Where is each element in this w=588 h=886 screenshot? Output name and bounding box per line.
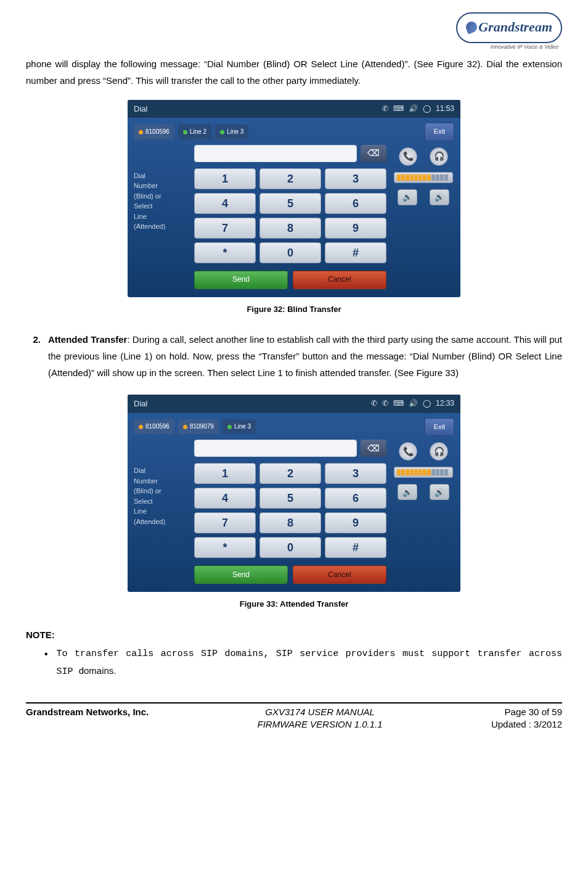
headset-icon: 🎧 bbox=[434, 149, 444, 164]
line-3-tab[interactable]: Line 3 bbox=[215, 125, 248, 139]
volume-icon: 🔊 bbox=[409, 397, 418, 411]
figure-33-caption: Figure 33: Attended Transfer bbox=[26, 597, 562, 611]
headset-icon: 🎧 bbox=[434, 444, 444, 459]
key-8[interactable]: 8 bbox=[259, 512, 321, 533]
footer-rule bbox=[26, 702, 562, 703]
cancel-button[interactable]: Cancel bbox=[293, 271, 386, 289]
key-4[interactable]: 4 bbox=[194, 193, 256, 214]
sync-icon: ◯ bbox=[423, 397, 431, 411]
key-0[interactable]: 0 bbox=[259, 242, 321, 263]
keyboard-icon: ⌨ bbox=[393, 102, 404, 116]
dial-title: Dial bbox=[134, 102, 147, 116]
key-9[interactable]: 9 bbox=[325, 512, 386, 533]
speaker-down-button[interactable]: 🔈 bbox=[398, 484, 417, 500]
attended-transfer-label: Attended Transfer bbox=[48, 334, 127, 345]
status-dot-icon bbox=[139, 130, 143, 134]
key-7[interactable]: 7 bbox=[194, 512, 256, 533]
key-0[interactable]: 0 bbox=[259, 537, 321, 558]
key-star[interactable]: * bbox=[194, 242, 256, 263]
line-tabs-row: 8100596 8109079 Line 3 Exit bbox=[128, 413, 460, 440]
audio-redial-button[interactable]: 📞 bbox=[399, 147, 417, 166]
footer-firmware: FIRMWARE VERSION 1.0.1.1 bbox=[258, 718, 383, 731]
exit-button[interactable]: Exit bbox=[425, 418, 454, 437]
headset-button[interactable]: 🎧 bbox=[430, 442, 448, 461]
key-7[interactable]: 7 bbox=[194, 218, 256, 239]
key-5[interactable]: 5 bbox=[259, 488, 321, 509]
key-8[interactable]: 8 bbox=[259, 218, 321, 239]
dial-title: Dial bbox=[134, 396, 147, 411]
figure-32-caption: Figure 32: Blind Transfer bbox=[26, 302, 562, 316]
header-logo-area: Grandstream Innovative IP Voice & Video bbox=[26, 12, 562, 52]
key-9[interactable]: 9 bbox=[325, 218, 386, 239]
key-4[interactable]: 4 bbox=[194, 488, 256, 509]
phone-icon: ✆ bbox=[382, 102, 388, 116]
backspace-icon: ⌫ bbox=[367, 441, 380, 456]
dial-titlebar: Dial ✆ ✆ ⌨ 🔊 ◯ 12:33 bbox=[128, 395, 460, 412]
phone2-icon: ✆ bbox=[382, 397, 388, 411]
dial-keypad: 1 2 3 4 5 6 7 8 9 * 0 # bbox=[194, 463, 386, 558]
speaker-up-button[interactable]: 🔊 bbox=[430, 189, 449, 205]
dial-input[interactable] bbox=[194, 440, 357, 457]
handset-icon: 📞 bbox=[403, 149, 414, 164]
dial-instruction-text: Dial Number (Blind) or Select Line (Atte… bbox=[134, 145, 188, 284]
phone-icon: ✆ bbox=[371, 397, 377, 411]
key-3[interactable]: 3 bbox=[325, 463, 386, 484]
volume-indicator[interactable] bbox=[394, 172, 453, 183]
line-1-tab[interactable]: 8100596 bbox=[134, 125, 174, 139]
line-2-tab[interactable]: Line 2 bbox=[178, 125, 211, 139]
cancel-button[interactable]: Cancel bbox=[293, 565, 386, 584]
footer-manual: GXV3174 USER MANUAL bbox=[258, 706, 383, 718]
headset-button[interactable]: 🎧 bbox=[430, 147, 448, 166]
key-2[interactable]: 2 bbox=[259, 463, 321, 484]
key-star[interactable]: * bbox=[194, 537, 256, 558]
key-5[interactable]: 5 bbox=[259, 193, 321, 214]
send-button[interactable]: Send bbox=[194, 271, 288, 289]
figure-33-screenshot: Dial ✆ ✆ ⌨ 🔊 ◯ 12:33 8100596 8109079 Lin… bbox=[128, 395, 460, 592]
list-number: 2. bbox=[26, 331, 41, 381]
dial-keypad: 1 2 3 4 5 6 7 8 9 * 0 # bbox=[194, 168, 386, 263]
note-item: • To transfer calls across SIP domains, … bbox=[44, 646, 562, 680]
line-3-tab[interactable]: Line 3 bbox=[223, 419, 256, 434]
footer-right: Page 30 of 59 Updated : 3/2012 bbox=[491, 706, 562, 731]
exit-button[interactable]: Exit bbox=[425, 123, 454, 141]
key-1[interactable]: 1 bbox=[194, 463, 256, 484]
status-icons: ✆ ⌨ 🔊 ◯ 11:53 bbox=[382, 102, 454, 116]
status-dot-icon bbox=[227, 425, 232, 429]
footer-updated: Updated : 3/2012 bbox=[491, 718, 562, 731]
handset-icon: 📞 bbox=[403, 444, 414, 459]
dial-input[interactable] bbox=[194, 145, 357, 162]
key-6[interactable]: 6 bbox=[325, 488, 386, 509]
footer-page: Page 30 of 59 bbox=[491, 706, 562, 718]
speaker-down-button[interactable]: 🔈 bbox=[398, 189, 417, 205]
list-item-2: 2. Attended Transfer: During a call, sel… bbox=[26, 331, 562, 381]
key-hash[interactable]: # bbox=[325, 242, 386, 263]
status-dot-icon bbox=[139, 425, 143, 429]
status-icons: ✆ ✆ ⌨ 🔊 ◯ 12:33 bbox=[371, 397, 454, 411]
note-heading: NOTE: bbox=[26, 626, 562, 643]
audio-redial-button[interactable]: 📞 bbox=[399, 442, 417, 461]
backspace-icon: ⌫ bbox=[367, 146, 380, 161]
page-footer: Grandstream Networks, Inc. GXV3174 USER … bbox=[26, 706, 562, 731]
footer-company: Grandstream Networks, Inc. bbox=[26, 706, 149, 731]
key-3[interactable]: 3 bbox=[325, 168, 386, 189]
speaker-up-button[interactable]: 🔊 bbox=[430, 484, 449, 500]
send-button[interactable]: Send bbox=[194, 565, 288, 584]
dial-instruction-text: Dial Number (Blind) or Select Line (Atte… bbox=[134, 440, 188, 579]
key-2[interactable]: 2 bbox=[259, 168, 321, 189]
speaker-loud-icon: 🔊 bbox=[435, 190, 444, 204]
key-hash[interactable]: # bbox=[325, 537, 386, 558]
backspace-button[interactable]: ⌫ bbox=[361, 145, 386, 162]
keyboard-icon: ⌨ bbox=[393, 397, 404, 411]
clock-time: 12:33 bbox=[436, 397, 454, 411]
logo-text: Grandstream bbox=[478, 19, 552, 35]
volume-indicator[interactable] bbox=[394, 467, 453, 478]
line-1-tab[interactable]: 8100596 bbox=[134, 419, 174, 434]
key-6[interactable]: 6 bbox=[325, 193, 386, 214]
speaker-icon: 🔈 bbox=[402, 485, 412, 499]
key-1[interactable]: 1 bbox=[194, 168, 256, 189]
status-dot-icon bbox=[183, 425, 187, 429]
line-2-tab[interactable]: 8109079 bbox=[178, 419, 219, 434]
note-text: To transfer calls across SIP domains, SI… bbox=[57, 646, 562, 680]
backspace-button[interactable]: ⌫ bbox=[361, 440, 386, 457]
sync-icon: ◯ bbox=[423, 102, 431, 116]
